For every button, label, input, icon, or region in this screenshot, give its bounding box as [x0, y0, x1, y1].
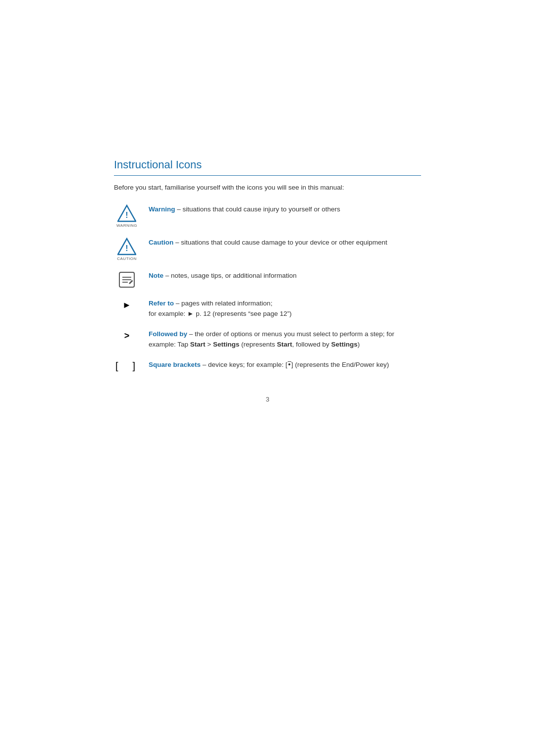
note-separator: – notes, usage tips, or additional infor…: [163, 272, 297, 279]
caution-label: CAUTION: [117, 256, 137, 261]
caution-separator: – situations that could cause damage to …: [173, 239, 387, 246]
svg-text:!: !: [125, 244, 128, 252]
note-description: Note – notes, usage tips, or additional …: [149, 270, 421, 281]
section-title: Instructional Icons: [114, 158, 421, 176]
list-item: ► Refer to – pages with related informat…: [114, 298, 421, 319]
refer-to-term: Refer to: [149, 300, 174, 307]
note-term: Note: [149, 272, 163, 279]
warning-description: Warning – situations that could cause in…: [149, 203, 421, 215]
square-brackets-text: – device keys; for example: [•̅] (repres…: [201, 361, 389, 368]
square-brackets-term: Square brackets: [149, 361, 201, 368]
warning-icon: !: [117, 204, 136, 222]
note-icon: [118, 271, 136, 289]
warning-separator: – situations that could cause injury to …: [175, 205, 340, 213]
followed-by-term: Followed by: [149, 330, 187, 338]
warning-label: WARNING: [116, 223, 137, 228]
warning-icon-cell: ! WARNING: [114, 203, 140, 228]
caution-icon-cell: ! CAUTION: [114, 237, 140, 261]
warning-term: Warning: [149, 205, 175, 213]
note-icon-cell: [114, 270, 140, 289]
caution-description: Caution – situations that could cause da…: [149, 237, 421, 248]
followed-by-description: Followed by – the order of options or me…: [149, 328, 421, 350]
list-item: Note – notes, usage tips, or additional …: [114, 270, 421, 289]
content-area: Instructional Icons Before you start, fa…: [114, 0, 421, 403]
square-brackets-icon: [ ]: [115, 361, 138, 371]
greater-than-icon: >: [124, 331, 130, 340]
svg-text:!: !: [125, 211, 128, 219]
list-item: ! WARNING Warning – situations that coul…: [114, 203, 421, 228]
arrow-right-icon: ►: [122, 301, 131, 309]
square-brackets-icon-cell: [ ]: [114, 359, 140, 371]
caution-term: Caution: [149, 239, 173, 246]
list-item: > Followed by – the order of options or …: [114, 328, 421, 350]
list-item: ! CAUTION Caution – situations that coul…: [114, 237, 421, 261]
square-brackets-description: Square brackets – device keys; for examp…: [149, 359, 421, 370]
page-number: 3: [114, 396, 421, 403]
caution-icon: !: [117, 238, 136, 255]
followed-by-icon-cell: >: [114, 328, 140, 340]
intro-text: Before you start, familiarise yourself w…: [114, 183, 421, 193]
page: Instructional Icons Before you start, fa…: [0, 0, 535, 756]
icon-list: ! WARNING Warning – situations that coul…: [114, 203, 421, 371]
refer-to-icon-cell: ►: [114, 298, 140, 309]
refer-to-description: Refer to – pages with related informatio…: [149, 298, 421, 319]
list-item: [ ] Square brackets – device keys; for e…: [114, 359, 421, 371]
